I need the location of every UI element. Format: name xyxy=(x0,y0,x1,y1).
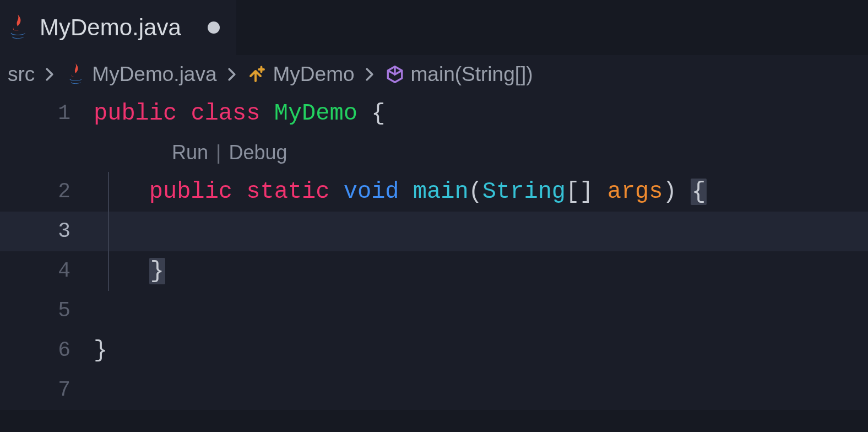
code-line-active[interactable]: 3 xyxy=(0,212,868,251)
code-line[interactable]: 6 } xyxy=(0,331,868,370)
keyword-class: class xyxy=(191,100,260,127)
unsaved-indicator-icon[interactable] xyxy=(208,21,220,34)
code-line[interactable]: 1 public class MyDemo { xyxy=(0,94,868,133)
keyword-void: void xyxy=(344,179,399,205)
chevron-right-icon xyxy=(362,67,377,82)
code-content[interactable]: } xyxy=(94,331,868,370)
breadcrumb-label: MyDemo xyxy=(273,63,355,86)
code-content[interactable]: public class MyDemo { xyxy=(94,94,868,133)
tab-filename: MyDemo.java xyxy=(40,14,181,41)
codelens-run[interactable]: Run xyxy=(172,133,208,172)
breadcrumb-folder[interactable]: src xyxy=(8,63,35,86)
code-content[interactable]: } xyxy=(94,251,868,291)
array-brackets: [] xyxy=(566,179,593,205)
tab-bar: MyDemo.java xyxy=(0,0,868,55)
code-content[interactable]: public static void main(String[] args) { xyxy=(94,172,868,212)
paren-close: ) xyxy=(663,179,677,205)
code-line[interactable]: 5 xyxy=(0,291,868,331)
code-line[interactable]: 7 xyxy=(0,370,868,410)
class-symbol-icon xyxy=(247,64,268,85)
class-name: MyDemo xyxy=(274,100,357,127)
code-line[interactable]: 2 public static void main(String[] args)… xyxy=(0,172,868,212)
code-editor[interactable]: 1 public class MyDemo { Run | Debug 2 pu… xyxy=(0,94,868,410)
parameter-name: args xyxy=(607,179,663,205)
breadcrumb-file[interactable]: MyDemo.java xyxy=(64,63,216,86)
breadcrumb-method[interactable]: main(String[]) xyxy=(384,63,533,86)
breadcrumb: src MyDemo.java MyDemo xyxy=(0,55,868,94)
line-number: 1 xyxy=(0,94,94,133)
type-name: String xyxy=(482,179,566,205)
line-number: 3 xyxy=(0,212,94,251)
line-number: 4 xyxy=(0,251,94,291)
brace-open: { xyxy=(691,179,707,205)
breadcrumb-label: main(String[]) xyxy=(411,63,533,86)
codelens: Run | Debug xyxy=(0,133,868,172)
line-number: 2 xyxy=(0,172,94,212)
method-symbol-icon xyxy=(384,64,405,85)
brace-open: { xyxy=(371,100,385,127)
brace-close: } xyxy=(149,258,165,284)
editor-tab[interactable]: MyDemo.java xyxy=(0,0,236,55)
codelens-separator: | xyxy=(216,133,221,172)
keyword-public: public xyxy=(149,179,232,205)
java-file-icon xyxy=(6,15,30,40)
brace-close: } xyxy=(94,337,107,364)
breadcrumb-label: src xyxy=(8,63,35,86)
keyword-static: static xyxy=(246,179,329,205)
breadcrumb-label: MyDemo.java xyxy=(92,63,216,86)
code-content[interactable] xyxy=(94,212,868,251)
method-name: main xyxy=(413,179,469,205)
keyword-public: public xyxy=(94,100,177,127)
codelens-debug[interactable]: Debug xyxy=(229,133,287,172)
line-number: 7 xyxy=(0,370,94,410)
java-file-icon xyxy=(64,63,86,85)
breadcrumb-class[interactable]: MyDemo xyxy=(247,63,355,86)
chevron-right-icon xyxy=(225,67,239,82)
line-number: 6 xyxy=(0,331,94,370)
paren-open: ( xyxy=(469,179,482,205)
line-number: 5 xyxy=(0,291,94,331)
chevron-right-icon xyxy=(42,67,57,82)
code-line[interactable]: 4 } xyxy=(0,251,868,291)
